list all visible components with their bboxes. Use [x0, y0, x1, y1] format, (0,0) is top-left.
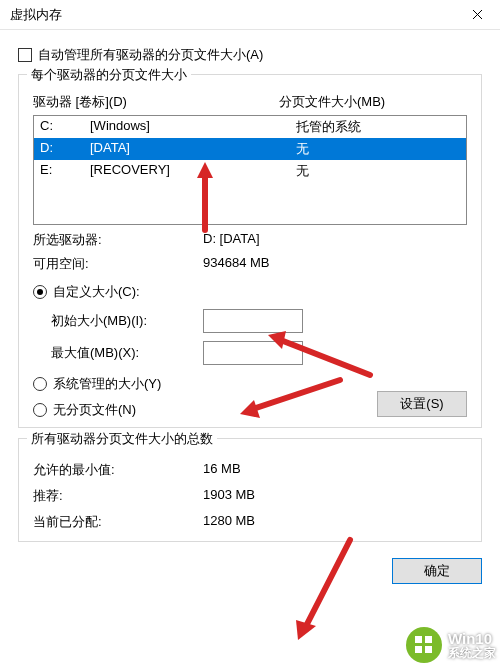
watermark-line2: 系统之家 [448, 647, 496, 660]
radio-icon [33, 377, 47, 391]
selected-drive-value: D: [DATA] [203, 231, 467, 249]
totals-legend: 所有驱动器分页文件大小的总数 [27, 430, 217, 448]
recommended-label: 推荐: [33, 487, 203, 505]
drive-letter: C: [40, 118, 90, 136]
radio-system-label: 系统管理的大小(Y) [53, 375, 161, 393]
drive-list[interactable]: C: [Windows] 托管的系统 D: [DATA] 无 E: [RECOV… [33, 115, 467, 225]
header-size: 分页文件大小(MB) [223, 93, 467, 111]
free-space-value: 934684 MB [203, 255, 467, 273]
drive-label: [Windows] [90, 118, 290, 136]
per-drive-group: 每个驱动器的分页文件大小 驱动器 [卷标](D) 分页文件大小(MB) C: [… [18, 74, 482, 428]
set-button[interactable]: 设置(S) [377, 391, 467, 417]
list-item[interactable]: C: [Windows] 托管的系统 [34, 116, 466, 138]
min-allowed-label: 允许的最小值: [33, 461, 203, 479]
max-size-input[interactable] [203, 341, 303, 365]
min-allowed-value: 16 MB [203, 461, 467, 479]
totals-group: 所有驱动器分页文件大小的总数 允许的最小值: 16 MB 推荐: 1903 MB… [18, 438, 482, 542]
initial-size-label: 初始大小(MB)(I): [33, 312, 203, 330]
watermark: Win10 系统之家 [406, 627, 496, 663]
currently-allocated-label: 当前已分配: [33, 513, 203, 531]
checkbox-icon [18, 48, 32, 62]
auto-manage-checkbox[interactable]: 自动管理所有驱动器的分页文件大小(A) [18, 46, 482, 64]
drive-size: 无 [290, 140, 460, 158]
close-icon [472, 9, 483, 20]
list-item[interactable]: E: [RECOVERY] 无 [34, 160, 466, 182]
recommended-value: 1903 MB [203, 487, 467, 505]
radio-custom-label: 自定义大小(C): [53, 283, 140, 301]
titlebar: 虚拟内存 [0, 0, 500, 30]
window-title: 虚拟内存 [10, 6, 62, 24]
auto-manage-label: 自动管理所有驱动器的分页文件大小(A) [38, 46, 263, 64]
max-size-label: 最大值(MB)(X): [33, 344, 203, 362]
free-space-label: 可用空间: [33, 255, 203, 273]
drive-size: 无 [290, 162, 460, 180]
currently-allocated-value: 1280 MB [203, 513, 467, 531]
close-button[interactable] [455, 0, 500, 30]
drive-letter: D: [40, 140, 90, 158]
radio-custom-size[interactable]: 自定义大小(C): [33, 283, 467, 301]
drive-list-header: 驱动器 [卷标](D) 分页文件大小(MB) [33, 93, 467, 111]
drive-label: [RECOVERY] [90, 162, 290, 180]
radio-icon [33, 403, 47, 417]
initial-size-input[interactable] [203, 309, 303, 333]
ok-button[interactable]: 确定 [392, 558, 482, 584]
watermark-logo-icon [406, 627, 442, 663]
header-drive: 驱动器 [卷标](D) [33, 93, 223, 111]
watermark-line1: Win10 [448, 631, 496, 647]
drive-size: 托管的系统 [290, 118, 460, 136]
radio-icon [33, 285, 47, 299]
drive-label: [DATA] [90, 140, 290, 158]
radio-none-label: 无分页文件(N) [53, 401, 136, 419]
per-drive-legend: 每个驱动器的分页文件大小 [27, 66, 191, 84]
selected-drive-label: 所选驱动器: [33, 231, 203, 249]
drive-letter: E: [40, 162, 90, 180]
list-item[interactable]: D: [DATA] 无 [34, 138, 466, 160]
